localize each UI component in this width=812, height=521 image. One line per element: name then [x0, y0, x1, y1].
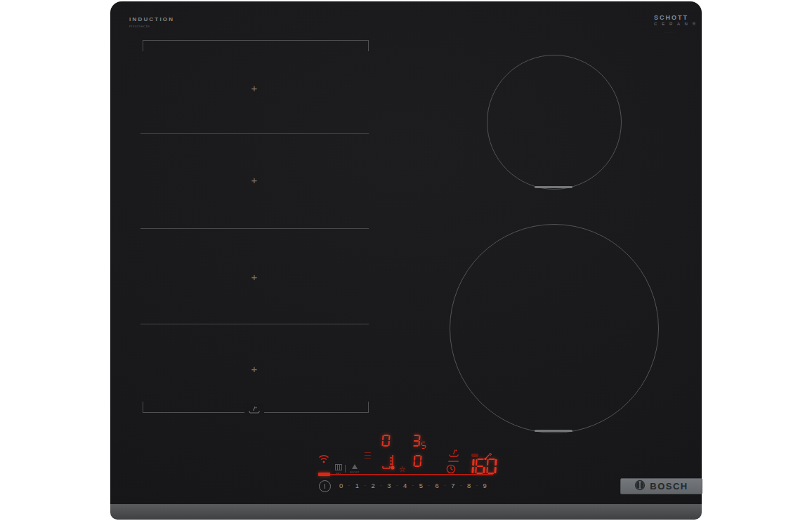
power-level-separator: · — [348, 483, 350, 488]
indicator-divider — [345, 465, 346, 473]
fry-level-digit — [413, 455, 421, 470]
zone-right-half-step-digit — [421, 442, 426, 450]
power-slider-track[interactable] — [330, 474, 493, 475]
boost-indicator-label: BOOST — [350, 470, 359, 474]
zone-right-level-digit — [412, 435, 420, 450]
power-level-4[interactable]: 4 — [403, 482, 407, 489]
power-level-2[interactable]: 2 — [371, 482, 374, 489]
zone-center-mark-2: + — [249, 176, 260, 185]
power-level-3[interactable]: 3 — [387, 482, 391, 489]
power-level-separator: · — [444, 483, 445, 488]
power-level-9[interactable]: 9 — [483, 482, 487, 489]
menu-dashes-icon — [365, 450, 371, 461]
favorite-star-key[interactable]: ☆ — [399, 466, 406, 473]
zone-left-level-digit — [381, 435, 390, 450]
flex-zone-separator-2 — [140, 228, 369, 229]
schott-ceran-logo: SCHOTT C E R A N ® — [654, 14, 698, 26]
bosch-logo-text: BOSCH — [650, 481, 688, 492]
flex-zone-separator-1 — [140, 133, 369, 134]
power-level-7[interactable]: 7 — [451, 482, 454, 489]
fry-sensor-icon — [381, 453, 395, 475]
pot-position-mark-top — [535, 186, 572, 188]
power-level-separator: · — [396, 483, 398, 488]
zone-center-mark-3: + — [249, 272, 260, 282]
fry-level-display — [413, 455, 421, 470]
power-level-5[interactable]: 5 — [419, 482, 423, 489]
flex-zone-separator-3 — [140, 324, 369, 324]
steam-pot-icon — [447, 447, 460, 461]
power-level-1[interactable]: 1 — [355, 482, 359, 489]
heat-indicator-icon — [471, 454, 478, 457]
power-level-separator: · — [412, 483, 414, 488]
power-level-0[interactable]: 0 — [339, 482, 343, 489]
bosch-logo-band: BOSCH — [620, 478, 702, 494]
power-level-separator: · — [460, 483, 461, 488]
power-slider-active-segment[interactable] — [318, 473, 330, 476]
pot-position-mark-bottom — [535, 430, 572, 432]
ceran-logo-text: C E R A N ® — [654, 22, 698, 26]
induction-hob: INDUCTION PIX631HC1E SCHOTT C E R A N ® … — [110, 1, 702, 520]
power-level-separator: · — [428, 483, 430, 488]
timer-underline — [448, 461, 459, 462]
front-edge-trim — [110, 504, 702, 520]
schott-fineprint: · · · · · · — [665, 31, 674, 34]
induction-print-label: INDUCTION — [129, 16, 174, 22]
boost-indicator: BOOST — [348, 464, 361, 474]
power-button[interactable] — [319, 480, 331, 492]
bosch-symbol-icon — [634, 480, 646, 494]
boost-triangle-icon — [352, 464, 358, 469]
cooking-zone-bottom-right — [450, 224, 659, 433]
power-level-row: 0·1·2·3·4·5·6·7·8·9 — [339, 482, 487, 489]
flex-zone-top-bracket — [143, 40, 369, 51]
cooking-zone-top-right — [487, 55, 622, 190]
wifi-icon — [318, 454, 329, 466]
zone-right-level-display — [412, 435, 426, 450]
pan-grid-icon — [335, 464, 342, 470]
power-level-separator: · — [380, 483, 381, 488]
zone-center-mark-1: + — [249, 84, 260, 93]
power-level-8[interactable]: 8 — [467, 482, 471, 489]
power-level-separator: · — [476, 483, 478, 488]
zone-center-mark-4: + — [249, 364, 260, 374]
power-level-6[interactable]: 6 — [435, 482, 438, 489]
model-code-print: PIX631HC1E — [129, 25, 150, 28]
pan-steam-icon — [244, 404, 264, 416]
zone-left-level-display — [381, 435, 390, 450]
product-image: INDUCTION PIX631HC1E SCHOTT C E R A N ® … — [0, 0, 812, 521]
power-level-separator: · — [365, 483, 366, 488]
schott-logo-text: SCHOTT — [654, 14, 698, 21]
